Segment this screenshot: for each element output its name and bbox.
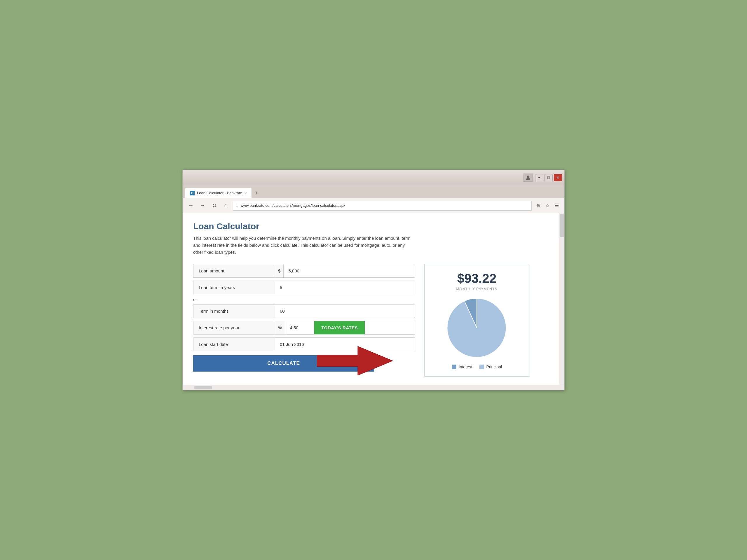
term-months-label: Term in months <box>194 304 275 318</box>
currency-symbol: $ <box>275 264 284 277</box>
zoom-button[interactable]: ⊕ <box>534 202 542 210</box>
page-icon: □ <box>236 204 238 208</box>
home-button[interactable]: ⌂ <box>221 201 231 210</box>
new-tab-button[interactable]: + <box>252 188 261 198</box>
pie-legend: Interest Principal <box>432 365 522 369</box>
tab-bar: B Loan Calculator - Bankrate × + <box>183 185 564 198</box>
loan-term-years-input[interactable] <box>275 281 415 294</box>
monthly-amount: $93.22 <box>432 271 522 286</box>
term-months-row: Term in months <box>193 304 415 318</box>
tab-title: Loan Calculator - Bankrate <box>197 191 242 195</box>
nav-right-controls: ⊕ ☆ ☰ <box>534 202 561 210</box>
term-months-input[interactable] <box>275 304 415 318</box>
loan-term-years-row: Loan term in years <box>193 281 415 294</box>
window-controls: − □ × <box>535 174 562 181</box>
loan-start-date-input[interactable] <box>275 338 415 351</box>
close-button[interactable]: × <box>554 174 562 181</box>
h-scroll-thumb[interactable] <box>194 386 212 390</box>
address-bar[interactable]: □ www.bankrate.com/calculators/mortgages… <box>233 201 532 211</box>
or-separator: or <box>193 297 415 302</box>
interest-rate-label: Interest rate per year <box>194 321 275 334</box>
todays-rates-button[interactable]: TODAY'S RATES <box>314 321 365 334</box>
reload-button[interactable]: ↻ <box>209 201 219 210</box>
loan-amount-row: Loan amount $ <box>193 264 415 278</box>
principal-legend-color <box>480 365 484 369</box>
minimize-button[interactable]: − <box>535 174 543 181</box>
url-text: www.bankrate.com/calculators/mortgages/l… <box>240 203 529 208</box>
bookmark-button[interactable]: ☆ <box>543 202 551 210</box>
calculator-form: Loan amount $ Loan term in years or Term… <box>193 264 415 372</box>
loan-start-date-row: Loan start date <box>193 338 415 351</box>
loan-amount-input[interactable] <box>284 264 415 277</box>
interest-legend-label: Interest <box>459 365 472 369</box>
vertical-scrollbar[interactable] <box>559 213 564 385</box>
pie-chart <box>445 296 509 360</box>
results-panel: $93.22 MONTHLY PAYMENTS <box>424 264 529 377</box>
tab-close-icon[interactable]: × <box>244 191 247 195</box>
active-tab[interactable]: B Loan Calculator - Bankrate × <box>185 188 252 198</box>
svg-point-0 <box>527 176 529 178</box>
principal-legend-item: Principal <box>480 365 502 369</box>
loan-amount-label: Loan amount <box>194 264 275 277</box>
scroll-thumb[interactable] <box>560 214 564 237</box>
menu-button[interactable]: ☰ <box>553 202 561 210</box>
monthly-label: MONTHLY PAYMENTS <box>432 287 522 291</box>
loan-term-years-label: Loan term in years <box>194 281 275 294</box>
interest-rate-input[interactable] <box>285 321 314 334</box>
loan-start-date-label: Loan start date <box>194 338 275 351</box>
calculate-button[interactable]: CALCULATE <box>193 355 374 372</box>
tab-favicon: B <box>190 191 195 195</box>
nav-bar: ← → ↻ ⌂ □ www.bankrate.com/calculators/m… <box>183 198 564 213</box>
profile-button[interactable] <box>523 174 533 182</box>
pie-chart-container <box>432 296 522 360</box>
page-title: Loan Calculator <box>193 221 554 231</box>
interest-rate-row: Interest rate per year % TODAY'S RATES <box>193 321 415 335</box>
back-button[interactable]: ← <box>186 201 196 210</box>
interest-legend-color <box>452 365 456 369</box>
calculator-layout: Loan amount $ Loan term in years or Term… <box>193 264 554 377</box>
percent-symbol: % <box>275 321 285 334</box>
principal-legend-label: Principal <box>486 365 502 369</box>
horizontal-scrollbar[interactable] <box>183 385 564 390</box>
forward-button[interactable]: → <box>198 201 207 210</box>
restore-button[interactable]: □ <box>544 174 553 181</box>
interest-legend-item: Interest <box>452 365 472 369</box>
page-description: This loan calculator will help you deter… <box>193 235 415 256</box>
title-bar: − □ × <box>183 170 564 185</box>
